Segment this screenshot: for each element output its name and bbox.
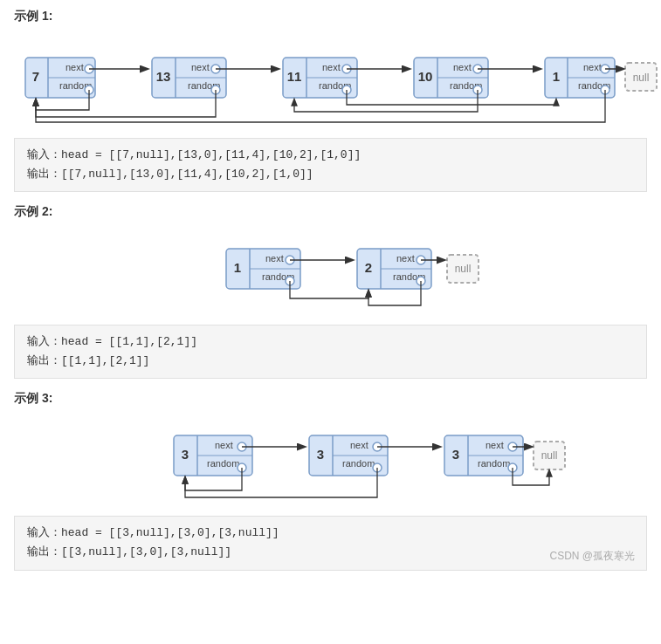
svg-text:null: null (632, 72, 649, 84)
svg-text:next: next (265, 253, 284, 264)
svg-text:1: 1 (233, 260, 240, 275)
svg-text:random: random (207, 458, 239, 469)
example3-diagram: 3 next random 3 next random 3 next rando… (14, 414, 647, 509)
svg-text:3: 3 (451, 447, 458, 462)
example3-svg: 3 next random 3 next random 3 next rando… (104, 422, 558, 505)
svg-text:13: 13 (155, 69, 170, 84)
svg-text:next: next (583, 62, 602, 72)
svg-text:null: null (454, 263, 471, 275)
svg-text:3: 3 (316, 447, 323, 462)
example2-input: 输入：head = [[1,1],[2,1]] (27, 332, 634, 352)
svg-text:next: next (350, 440, 368, 450)
watermark: CSDN @孤夜寒光 (549, 549, 635, 564)
svg-text:7: 7 (31, 69, 38, 84)
svg-text:random: random (342, 458, 375, 469)
example2-svg: 1 next random 2 next random null (156, 236, 506, 314)
svg-text:next: next (215, 440, 233, 450)
example2-output: 输出：[[1,1],[2,1]] (27, 352, 634, 371)
svg-text:next: next (65, 62, 84, 72)
example1-code: 输入：head = [[7,null],[13,0],[11,4],[10,2]… (14, 138, 647, 192)
svg-text:null: null (541, 449, 557, 462)
svg-text:next: next (396, 253, 415, 264)
svg-text:11: 11 (286, 69, 301, 84)
svg-text:2: 2 (364, 260, 371, 275)
svg-text:next: next (322, 62, 341, 72)
example1-output: 输出：[[7,null],[13,0],[11,4],[10,2],[1,0]] (27, 165, 634, 184)
svg-text:next: next (453, 62, 472, 72)
example1-title: 示例 1: (14, 9, 647, 24)
svg-text:3: 3 (181, 447, 188, 462)
example1-diagram: 7 next random 13 next random 11 next ran… (14, 31, 647, 131)
svg-text:1: 1 (552, 69, 559, 84)
example3-output: 输出：[[3,null],[3,0],[3,null]] (27, 543, 634, 562)
example1-svg: 7 next random 13 next random 11 next ran… (17, 40, 645, 127)
svg-text:10: 10 (417, 69, 432, 84)
example2-diagram: 1 next random 2 next random null (14, 227, 647, 318)
example2-code: 输入：head = [[1,1],[2,1]] 输出：[[1,1],[2,1]] (14, 325, 647, 379)
svg-text:next: next (485, 440, 504, 450)
svg-text:random: random (478, 458, 510, 469)
example3-title: 示例 3: (14, 391, 647, 407)
svg-text:next: next (191, 62, 210, 72)
example1-input: 输入：head = [[7,null],[13,0],[11,4],[10,2]… (27, 146, 634, 165)
example3-input: 输入：head = [[3,null],[3,0],[3,null]] (27, 524, 634, 543)
example2-title: 示例 2: (14, 204, 647, 220)
